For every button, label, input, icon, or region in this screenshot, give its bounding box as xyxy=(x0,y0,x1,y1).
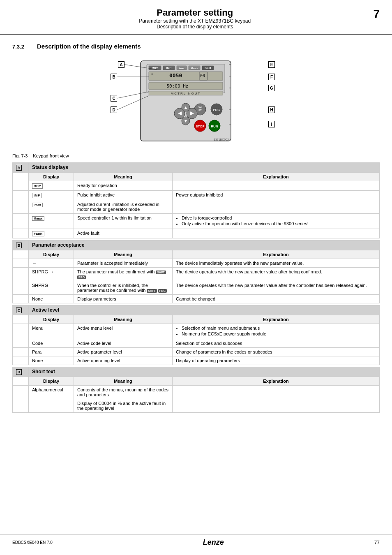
svg-text:SHI: SHI xyxy=(198,106,202,109)
display-c0004 xyxy=(29,399,74,413)
col-display-D: Display xyxy=(29,377,74,386)
label-I: I xyxy=(268,121,275,127)
section-B-title: Parameter acceptance xyxy=(29,240,380,250)
display-menu: Menu xyxy=(29,324,74,339)
display-imax: Imax xyxy=(29,200,74,214)
svg-text:▼: ▼ xyxy=(184,118,188,123)
header-title-block: Parameter setting Parameter setting with… xyxy=(25,7,365,30)
header-chapter: 7 xyxy=(373,7,380,21)
meaning-shprg-arrow: The parameter must be confirmed with SHF… xyxy=(74,268,173,281)
col-meaning-C: Meaning xyxy=(74,315,173,324)
table-section-A: A Status displays Display Meaning Explan… xyxy=(0,162,392,413)
header-sub1: Parameter setting with the XT EMZ9371BC … xyxy=(25,18,365,24)
footer-right: 77 xyxy=(374,540,380,546)
mmax-badge: Mmax xyxy=(32,216,44,221)
col-explanation-D: Explanation xyxy=(173,377,380,386)
page-footer: EDBCSXE040 EN 7.0 Lenze 77 xyxy=(0,534,392,547)
svg-text:▶: ▶ xyxy=(190,110,194,116)
svg-rect-12 xyxy=(149,72,223,81)
mmax-bullet-1: Drive is torque-controlled xyxy=(182,215,376,220)
svg-text:▲: ▲ xyxy=(184,105,188,110)
table-row: Imax Adjusted current limitation is exce… xyxy=(13,200,380,214)
label-F: F xyxy=(268,74,275,80)
meaning-imax: Adjusted current limitation is exceeded … xyxy=(74,200,173,214)
fig-text: Keypad front view xyxy=(33,153,69,158)
display-shprg: SHPRG xyxy=(29,281,74,295)
explanation-c0004 xyxy=(173,399,380,413)
meaning-mmax: Speed controller 1 within its limitation xyxy=(74,214,173,229)
table-row: Fault Active fault xyxy=(13,229,380,238)
prg-badge-1: PRG xyxy=(77,275,86,279)
label-C: C xyxy=(111,95,117,102)
svg-text:STOP: STOP xyxy=(196,125,205,128)
col-explanation-C: Explanation xyxy=(173,315,380,324)
fault-badge: Fault xyxy=(32,231,44,236)
table-B: B Parameter acceptance Display Meaning E… xyxy=(12,240,380,303)
meaning-imp: Pulse inhibit active xyxy=(74,191,173,200)
section-C-badge: C xyxy=(16,308,22,313)
section-number: 7.3.2 xyxy=(12,44,29,50)
table-row: Mmax Speed controller 1 within its limit… xyxy=(13,214,380,229)
display-code: Code xyxy=(29,339,74,348)
header-main-title: Parameter setting xyxy=(25,7,365,18)
svg-text:☀: ☀ xyxy=(151,73,153,76)
table-A: A Status displays Display Meaning Explan… xyxy=(12,162,380,238)
meaning-rdy: Ready for operation xyxy=(74,181,173,191)
header-sub2: Description of the display elements xyxy=(25,24,365,30)
display-none-B: None xyxy=(29,295,74,303)
section-C-header-row: C Active level xyxy=(13,305,380,315)
table-row: Code Active code level Selection of code… xyxy=(13,339,380,348)
svg-text:9371BC002: 9371BC002 xyxy=(214,138,229,141)
display-fault: Fault xyxy=(29,229,74,238)
svg-text:MCTRL-NOUT: MCTRL-NOUT xyxy=(171,92,201,95)
page-header: Parameter setting Parameter setting with… xyxy=(0,0,392,35)
section-D-title: Short text xyxy=(29,367,380,377)
explanation-menu: Selection of main menu and submenus No m… xyxy=(173,324,380,339)
svg-text:PRG: PRG xyxy=(213,108,220,112)
menu-bullet-2: No menu for ECSxE power supply module xyxy=(182,331,376,336)
table-C: C Active level Display Meaning Explanati… xyxy=(12,305,380,365)
figure-area: A B C D E F G H I RDY IMP Imax M xyxy=(0,54,392,148)
explanation-imax xyxy=(173,200,380,214)
table-row: IMP Pulse inhibit active Power outputs i… xyxy=(13,191,380,200)
menu-bullets: Selection of main menu and submenus No m… xyxy=(176,326,376,336)
section-A-header-row: A Status displays xyxy=(13,163,380,173)
col-meaning-A: Meaning xyxy=(74,173,173,181)
table-row: Menu Active menu level Selection of main… xyxy=(13,324,380,339)
svg-text:Fault: Fault xyxy=(205,67,211,69)
svg-text:RDY: RDY xyxy=(152,67,158,69)
section-B-header-row: B Parameter acceptance xyxy=(13,240,380,250)
display-imp: IMP xyxy=(29,191,74,200)
col-display-B: Display xyxy=(29,250,74,259)
display-none-C: None xyxy=(29,356,74,365)
section-title: Description of the display elements xyxy=(37,43,141,50)
table-row: None Display parameters Cannot be change… xyxy=(13,295,380,303)
figure-caption: Fig. 7-3 Keypad front view xyxy=(0,152,392,162)
explanation-alpha xyxy=(173,386,380,399)
col-display-A: Display xyxy=(29,173,74,181)
display-alpha: Alphanumerical xyxy=(29,386,74,399)
label-B: B xyxy=(111,74,117,80)
keypad-container: A B C D E F G H I RDY IMP Imax M xyxy=(77,58,315,144)
label-E: E xyxy=(268,61,275,68)
table-row: Display of C0004 in % and the active fau… xyxy=(13,399,380,413)
section-A-badge-cell: A xyxy=(13,163,29,173)
imp-badge: IMP xyxy=(32,193,42,198)
svg-text:0050: 0050 xyxy=(169,72,182,79)
section-A-badge: A xyxy=(16,165,22,171)
svg-text:Mmax: Mmax xyxy=(191,67,198,69)
col-explanation-B: Explanation xyxy=(173,250,380,259)
svg-text:50:00 Hz: 50:00 Hz xyxy=(167,83,189,89)
section-heading: 7.3.2 Description of the display element… xyxy=(0,35,392,54)
section-D-header-row: D Short text xyxy=(13,367,380,377)
label-H: H xyxy=(268,106,275,113)
label-G: G xyxy=(268,85,275,91)
table-A-col-headers: Display Meaning Explanation xyxy=(13,173,380,181)
table-row: SHPRG When the controller is inhibited, … xyxy=(13,281,380,295)
table-D-col-headers: Display Meaning Explanation xyxy=(13,377,380,386)
display-mmax: Mmax xyxy=(29,214,74,229)
shift-badge-2: SHFT xyxy=(147,289,157,293)
section-B-badge: B xyxy=(16,243,22,248)
table-row: → Parameter is accepted immediately The … xyxy=(13,259,380,268)
mmax-bullet-2: Only active for operation with Lenze dev… xyxy=(182,221,376,226)
